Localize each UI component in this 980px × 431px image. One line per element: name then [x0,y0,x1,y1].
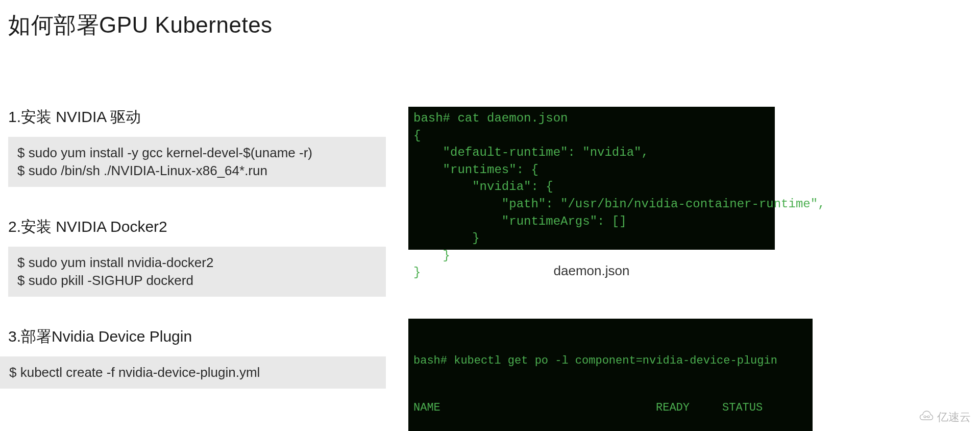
cloud-icon [919,410,934,424]
step-3-heading: 3.部署Nvidia Device Plugin [8,326,388,347]
watermark: 亿速云 [919,410,971,425]
step-2: 2.安装 NVIDIA Docker2 $ sudo yum install n… [8,217,388,297]
left-column: 1.安装 NVIDIA 驱动 $ sudo yum install -y gcc… [0,107,388,431]
terminal-header-row: NAME READY STATUS [413,400,807,416]
terminal-daemon-json: bash# cat daemon.json { "default-runtime… [408,107,775,250]
col-name-header: NAME [413,400,656,416]
content-wrapper: 1.安装 NVIDIA 驱动 $ sudo yum install -y gcc… [0,40,980,431]
step-3: 3.部署Nvidia Device Plugin $ kubectl creat… [8,326,388,389]
col-ready-header: READY [656,400,722,416]
code-line: $ sudo yum install nvidia-docker2 [17,254,377,272]
step-3-code-block: $ kubectl create -f nvidia-device-plugin… [0,356,386,389]
page-title: 如何部署GPU Kubernetes [0,0,980,40]
step-2-code-block: $ sudo yum install nvidia-docker2 $ sudo… [8,247,386,297]
watermark-text: 亿速云 [937,410,971,425]
step-1-code-block: $ sudo yum install -y gcc kernel-devel-$… [8,137,386,187]
code-line: $ kubectl create -f nvidia-device-plugin… [9,364,377,381]
step-2-heading: 2.安装 NVIDIA Docker2 [8,217,388,237]
terminal-daemon-json-label: daemon.json [408,263,775,279]
terminal-command-line: bash# kubectl get po -l component=nvidia… [413,353,807,369]
right-column: bash# cat daemon.json { "default-runtime… [388,107,980,431]
terminal-kubectl: bash# kubectl get po -l component=nvidia… [408,319,813,431]
code-line: $ sudo pkill -SIGHUP dockerd [17,272,377,290]
step-1-heading: 1.安装 NVIDIA 驱动 [8,107,388,128]
col-status-header: STATUS [722,400,807,416]
step-1: 1.安装 NVIDIA 驱动 $ sudo yum install -y gcc… [8,107,388,187]
code-line: $ sudo /bin/sh ./NVIDIA-Linux-x86_64*.ru… [17,162,377,180]
svg-point-0 [924,416,926,418]
code-line: $ sudo yum install -y gcc kernel-devel-$… [17,144,377,162]
svg-point-1 [927,416,929,418]
